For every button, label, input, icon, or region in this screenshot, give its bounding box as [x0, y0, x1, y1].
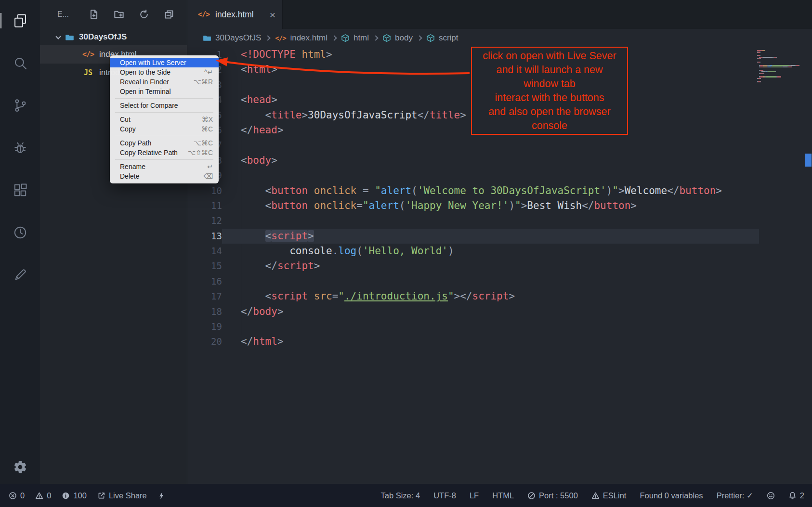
breadcrumb-index-html[interactable]: </>index.html: [275, 33, 327, 43]
code-line[interactable]: 11 <button onclick="alert('Happy New Yea…: [187, 198, 812, 213]
breadcrumb-30daysofjs[interactable]: 30DaysOfJS: [203, 33, 261, 43]
menu-item-shortcut: ⌘C: [201, 124, 213, 134]
menu-separator: [115, 112, 213, 113]
code-token: >: [271, 64, 277, 75]
code-token: <!DOCTYPE: [241, 49, 301, 60]
code-token: [308, 290, 314, 302]
status-eol[interactable]: LF: [470, 491, 479, 500]
code-token: <: [265, 290, 272, 302]
menu-item-open-with-live-server[interactable]: Open with Live Server: [110, 58, 219, 67]
menu-item-open-in-terminal[interactable]: Open in Terminal: [110, 87, 219, 96]
warning-icon: [35, 492, 43, 500]
split-editor-button[interactable]: [766, 8, 778, 21]
menu-item-cut[interactable]: Cut⌘X: [110, 115, 219, 124]
code-line[interactable]: 9: [187, 168, 812, 183]
status-problems-errors[interactable]: 0: [9, 491, 25, 500]
code-line[interactable]: 12: [187, 213, 812, 228]
minimap-line: [757, 55, 803, 56]
status-eslint[interactable]: ESLint: [591, 491, 627, 500]
overview-ruler[interactable]: [804, 47, 812, 484]
menu-item-delete[interactable]: Delete⌫: [110, 171, 219, 181]
activity-bar-explorer[interactable]: [12, 13, 28, 29]
code-line[interactable]: 14 console.log('Hello, World'): [187, 244, 812, 259]
status-quick-bolt[interactable]: [157, 492, 166, 500]
tab-close-icon[interactable]: ×: [270, 10, 275, 20]
activity-bar-extensions[interactable]: [12, 182, 28, 198]
activity-bar-search[interactable]: [12, 55, 28, 71]
status-language-mode[interactable]: HTML: [492, 491, 514, 500]
code-text: <script>: [222, 229, 759, 244]
activity-bar-source-control[interactable]: [12, 97, 28, 114]
menu-item-open-to-the-side[interactable]: Open to the Side^↵: [110, 67, 219, 77]
code-token: 30DaysOfJavaScript: [308, 109, 418, 121]
code-line[interactable]: 15 </script>: [187, 259, 812, 273]
status-prettier[interactable]: Prettier: ✓: [717, 491, 753, 500]
minimap-line: [757, 63, 803, 64]
activity-bar-extension-pen[interactable]: [12, 267, 28, 283]
menu-item-copy-relative-path[interactable]: Copy Relative Path⌥⇧⌘C: [110, 148, 219, 157]
code-token: title: [430, 109, 460, 121]
code-line[interactable]: 17 <script src="./introduction.js"></scr…: [187, 289, 812, 304]
tab-index-html[interactable]: </> index.html ×: [187, 0, 283, 29]
code-line[interactable]: 19: [187, 319, 812, 334]
menu-item-copy[interactable]: Copy⌘C: [110, 124, 219, 134]
sidebar-title: E...: [57, 10, 69, 19]
status-live-share[interactable]: Live Share: [97, 491, 147, 500]
line-number: 20: [187, 334, 222, 349]
code-token: html: [247, 64, 272, 75]
code-token: </: [241, 306, 253, 317]
minimap-line: [757, 78, 803, 79]
new-folder-button[interactable]: [114, 9, 124, 20]
code-token: >: [271, 155, 277, 166]
status-info-count[interactable]: 100: [62, 491, 87, 500]
code-token: [308, 185, 314, 196]
code-token: >: [301, 109, 308, 121]
status-notifications[interactable]: 2: [788, 491, 804, 500]
code-line[interactable]: 16: [187, 274, 812, 289]
code-token: console: [289, 245, 332, 257]
status-problems-warnings[interactable]: 0: [35, 491, 51, 500]
more-actions-button[interactable]: [791, 8, 803, 21]
breadcrumb-script[interactable]: script: [426, 33, 458, 43]
collapse-all-button[interactable]: [164, 9, 174, 20]
activity-bar-extension-clock[interactable]: [12, 224, 28, 241]
folder-row-30daysofjs[interactable]: 30DaysOfJS: [40, 29, 187, 45]
folder-icon: [203, 34, 211, 42]
code-token: >: [618, 185, 625, 196]
code-text: [222, 213, 759, 228]
code-token: >: [521, 200, 527, 211]
status-tab-size[interactable]: Tab Size: 4: [381, 491, 420, 500]
code-token: 'Happy New Year!': [405, 200, 509, 211]
more-actions-icon: [791, 8, 803, 21]
code-line[interactable]: 10 <button onclick = "alert('Welcome to …: [187, 183, 812, 198]
code-token: ": [338, 290, 344, 302]
code-text: </body>: [222, 304, 759, 319]
breadcrumb-body[interactable]: body: [382, 33, 413, 43]
status-variables[interactable]: Found 0 variables: [640, 491, 703, 500]
cube-icon: [426, 34, 435, 42]
status-feedback[interactable]: [767, 492, 775, 500]
minimap[interactable]: [757, 50, 803, 83]
new-file-button[interactable]: [89, 9, 99, 20]
code-line[interactable]: 13 <script>: [187, 229, 812, 244]
menu-item-rename[interactable]: Rename↵: [110, 162, 219, 171]
menu-item-copy-path[interactable]: Copy Path⌥⌘C: [110, 138, 219, 148]
status-label: LF: [470, 491, 479, 500]
code-line[interactable]: 20</html>: [187, 334, 812, 349]
status-label: Prettier: ✓: [717, 491, 753, 500]
activity-bar-settings[interactable]: [12, 459, 28, 475]
annotation-line: click on open with Live Sever: [472, 49, 627, 63]
activity-bar-run-debug[interactable]: [12, 140, 28, 156]
refresh-button[interactable]: [139, 9, 149, 20]
code-line[interactable]: 8<body>: [187, 153, 812, 168]
code-line[interactable]: 7: [187, 138, 812, 153]
code-token: script: [271, 290, 308, 302]
menu-item-reveal-in-finder[interactable]: Reveal in Finder⌥⌘R: [110, 77, 219, 87]
code-token: >: [716, 185, 722, 196]
status-port[interactable]: Port : 5500: [527, 491, 578, 500]
status-encoding[interactable]: UTF-8: [433, 491, 456, 500]
breadcrumb-html[interactable]: html: [341, 33, 369, 43]
code-line[interactable]: 18</body>: [187, 304, 812, 319]
code-token: title: [271, 109, 301, 121]
menu-item-select-for-compare[interactable]: Select for Compare: [110, 101, 219, 110]
